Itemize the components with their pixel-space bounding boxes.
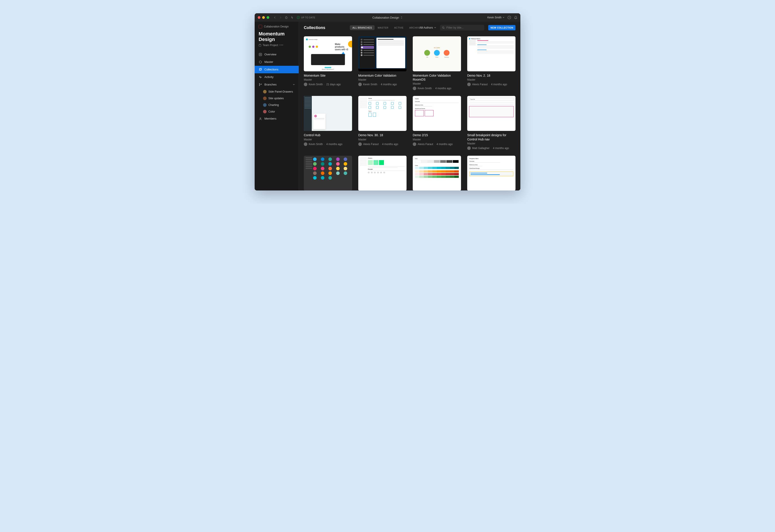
nav-members[interactable]: Members [255, 115, 299, 122]
nav-collections-label: Collections [264, 68, 278, 71]
card-time: 4 months ago [435, 87, 451, 90]
notifications-button[interactable] [514, 16, 517, 19]
main-header: Collections ALL BRANCHES MASTER ACTIVE A… [299, 22, 520, 34]
chevron-down-icon [293, 84, 295, 85]
branch-item[interactable]: Color [255, 108, 299, 115]
minimize-window-button[interactable] [262, 16, 265, 19]
card-time: 4 months ago [493, 147, 509, 150]
collection-card[interactable]: Gray Ciano Momentum Design System - Colo… [413, 156, 461, 190]
avatar [358, 142, 362, 146]
titlebar-project[interactable]: Collaboration Design [372, 16, 403, 19]
org-logo-icon [259, 25, 262, 28]
separator: · [491, 147, 492, 150]
nav-master-label: Master [264, 60, 273, 64]
collection-card[interactable]: Control Hub Master Kevin Smith · 4 month… [304, 96, 352, 150]
collection-card[interactable]: Momentum Color Validation Master Kevin S… [358, 36, 407, 90]
sidebar-nav: Overview Master Collections Activity Bra… [255, 51, 299, 122]
card-title: Control Hub [304, 133, 352, 137]
card-time: 21 days ago [326, 83, 340, 86]
close-window-button[interactable] [258, 16, 260, 19]
team-icon [259, 44, 261, 46]
avatar [413, 87, 416, 90]
user-menu[interactable]: Kevin Smith [487, 16, 505, 19]
back-button[interactable] [273, 16, 276, 19]
card-branch: Master [358, 138, 407, 141]
separator: · [435, 143, 435, 146]
card-author: Kevin Smith [363, 83, 377, 86]
card-meta: Alexis Faraut · 4 months ago [413, 142, 461, 146]
sync-status: UP TO DATE [297, 16, 315, 19]
main-content: Collections ALL BRANCHES MASTER ACTIVE A… [299, 22, 520, 190]
card-author: Alexis Faraut [363, 143, 378, 146]
nav-overview-label: Overview [264, 53, 276, 56]
collection-card[interactable]: Cards Overview Reference links Style/Vis… [413, 96, 461, 150]
collections-grid: Makeproductsusers will <3 momentum desig… [299, 34, 520, 190]
card-meta: Alexis Faraut · 4 months ago [358, 142, 407, 146]
svg-point-8 [259, 83, 260, 84]
card-time: 4 months ago [326, 143, 342, 146]
card-time: 4 months ago [380, 83, 397, 86]
sidebar: Collaboration Design Momentum Design Tea… [255, 22, 299, 190]
card-meta: Matt Gallagher · 4 months ago [467, 146, 516, 150]
card-author: Kevin Smith [309, 83, 323, 86]
card-time: 4 months ago [437, 143, 453, 146]
branch-name: Site updates [268, 97, 284, 100]
updown-icon [401, 16, 403, 19]
tab-archived[interactable]: ARCHIVED [407, 25, 425, 30]
collection-card[interactable]: Icons Our icons are unique and define us… [358, 96, 407, 150]
help-button[interactable]: ? [508, 16, 511, 19]
search-box[interactable] [440, 25, 484, 31]
nav-master[interactable]: Master [255, 58, 299, 66]
collection-card[interactable]: Progress Bars Overview Reference links S… [467, 156, 516, 190]
maximize-window-button[interactable] [266, 16, 269, 19]
card-title: Demo Nov. 2. 18 [467, 73, 516, 77]
card-branch: Master [304, 78, 352, 81]
branch-item[interactable]: Site updates [255, 95, 299, 102]
nav-overview[interactable]: Overview [255, 51, 299, 58]
svg-point-12 [443, 27, 444, 28]
new-collection-button[interactable]: NEW COLLECTION [488, 25, 516, 30]
collection-card[interactable]: Hi John Call Share Meetings Momentum Col… [413, 36, 461, 90]
nav-members-label: Members [264, 117, 276, 120]
avatar [467, 83, 471, 86]
nav-branches[interactable]: Branches [255, 81, 299, 88]
svg-point-5 [260, 54, 261, 55]
branch-item[interactable]: Charting [255, 102, 299, 108]
titlebar: UP TO DATE Collaboration Design Kevin Sm… [255, 13, 520, 22]
tab-all-branches[interactable]: ALL BRANCHES [350, 25, 374, 30]
branch-item[interactable]: Side Panel-Drawers [255, 88, 299, 95]
window-controls [258, 16, 269, 19]
card-meta: Kevin Smith · 4 months ago [413, 87, 461, 90]
separator: · [378, 83, 379, 86]
separator: · [380, 143, 380, 146]
tab-master[interactable]: MASTER [375, 25, 391, 30]
collection-card[interactable]: Release Notes Demo Nov. 2. 18 Master Ale… [467, 36, 516, 90]
separator: · [324, 83, 325, 86]
org-header[interactable]: Collaboration Design [255, 22, 299, 29]
forward-button[interactable] [279, 16, 282, 19]
collection-card[interactable]: Page title Small breakpoint designs for … [467, 96, 516, 150]
collection-card[interactable]: Makeproductsusers will <3 momentum desig… [304, 36, 352, 90]
svg-rect-3 [259, 44, 261, 46]
card-title: Momentum Color Validation RoomOS [413, 73, 461, 81]
project-type-label: Team Project [263, 44, 278, 47]
titlebar-project-name: Collaboration Design [372, 16, 399, 19]
collection-card[interactable]: Component states [304, 156, 352, 190]
project-more-icon[interactable]: ••• [279, 44, 284, 47]
nav-activity[interactable]: Activity [255, 73, 299, 81]
sync-icon[interactable] [290, 16, 293, 19]
avatar [304, 83, 307, 86]
card-time: 4 months ago [491, 83, 507, 86]
nav-collections[interactable]: Collections [255, 66, 299, 73]
collection-card[interactable]: Colors Principle Color - Documentation [358, 156, 407, 190]
svg-point-9 [259, 85, 260, 86]
org-name: Collaboration Design [264, 25, 288, 28]
home-button[interactable] [285, 16, 288, 19]
branch-name: Side Panel-Drawers [268, 90, 293, 93]
search-icon [442, 26, 445, 29]
svg-rect-4 [259, 53, 262, 56]
branch-list: Side Panel-Drawers Site updates Charting… [255, 88, 299, 115]
search-input[interactable] [447, 26, 482, 29]
avatar [467, 146, 471, 150]
tab-active[interactable]: ACTIVE [392, 25, 406, 30]
